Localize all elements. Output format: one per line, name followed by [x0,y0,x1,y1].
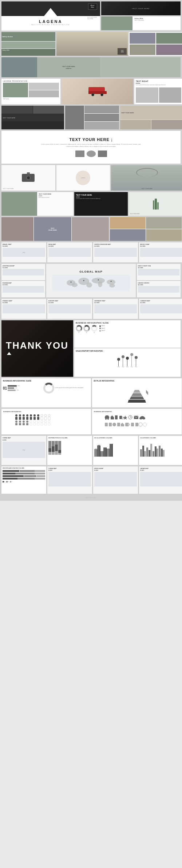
photo-grid-slide-1 [129,32,182,56]
business-infographic-slide: BUSINESS INFOGRAPHIC SLIDE 01 02 [74,320,181,348]
svg-point-9 [83,280,84,281]
svg-point-50 [48,421,50,423]
svg-rect-43 [33,423,36,425]
germany-map-slide: GERMANY MAP $123BN [93,299,138,319]
red-car-slide [62,79,133,104]
sales-report-slide: SALES REPORT INFOGRAPHIC Year Year [74,348,181,377]
slide-row-7: TEXT YOUR HERE product TEXT YOUR HERE [1,165,181,191]
svg-rect-21 [30,417,32,420]
svg-rect-58 [115,415,118,419]
svg-point-11 [111,281,112,282]
svg-rect-39 [26,423,28,425]
svg-point-10 [98,279,99,281]
svg-rect-27 [41,417,43,420]
svg-rect-71 [117,423,120,426]
slide-row-12-maps3: FRANCE MAP $123BN EUROPE MAP $123BN GERM… [1,299,181,319]
dark-text-slide: TEXT YOUR HERE Lorem ipsum dolor sit ame… [74,192,128,216]
slide-row-14: BUSINESS INFOGRAPHIC SLIDE 01 80% [1,378,181,407]
clustered-column-title: CLUSTERED COLUMN [140,437,182,439]
svg-rect-37 [23,423,25,425]
svg-point-67 [142,417,145,419]
clustered-column-slide: CLUSTERED COLUMN [139,436,182,465]
svg-marker-60 [123,415,127,420]
slide-row-1: AboutSlide LAGENA MULTIPURPOSE PRESENTAT… [1,1,181,31]
svg-point-5 [98,281,102,287]
svg-rect-15 [19,417,21,420]
japan-map-slide: JAPAN MAP $12BN [139,466,182,494]
europe-map-slide: EUROPE MAP $123BN [47,299,92,319]
slide-row-3: TEXT YOUR HEREsubtitle text [1,57,181,77]
svg-rect-51 [48,423,50,425]
gallery-section-slide: Gallery Section Gallery Slide [1,32,55,56]
uk-map-slide: UNITED KINGDOM MAP $123BN [93,242,138,262]
icon-infographic-slide-1: BUSINESS INFOGRAPHIC [1,409,91,434]
icon-infographic-slide-2: BUSINESS INFOGRAPHIC [92,409,182,434]
multi-photo-slide [110,217,182,241]
africa-map-title: AFRICA MAP [94,468,137,469]
svg-point-66 [139,417,142,419]
page-wrapper: AboutSlide LAGENA MULTIPURPOSE PRESENTAT… [0,0,182,501]
3d-infographic-slide: 3D PLUS INFOGRAPHIC [92,378,182,407]
camera-slide: TEXT YOUR HERE [1,165,55,191]
svg-point-42 [33,421,36,423]
svg-rect-57 [111,417,114,419]
photo-text-slide-1: TEXT YOUR HERE Lorem ipsum text here [1,192,73,216]
china-map-2-slide: CHINA MAP $12BN [47,466,92,494]
svg-rect-31 [48,417,50,420]
svg-rect-25 [37,417,39,420]
3d-clustered-column-slide: 3D CLUSTERED COLUMN [93,436,138,465]
russia-map-slide: RUSSIA MAP $123BN [1,281,45,297]
distribution-title: DISTRIBUTION IN COLUMN [48,437,91,439]
distribution-column-slide: DISTRIBUTION IN COLUMN [47,436,92,465]
svg-rect-49 [44,423,47,425]
stadium-slide: TEXT YOUR HERE [111,165,182,191]
china-map-title: CHINA MAP [3,437,45,439]
china-map-slide: CHINA MAP $12BN map [1,436,46,465]
carbon-map-slide: CARBON MAP $123BN [139,299,182,319]
svg-point-20 [30,414,32,417]
svg-rect-29 [44,417,47,420]
brazil-map-slide: BRAZIL MAP $123BN map [1,242,46,262]
svg-point-16 [23,414,25,417]
svg-rect-47 [41,423,43,425]
svg-point-22 [33,414,36,417]
switzerland-title: SWITZERLAND STACKED COLUMN [3,468,45,469]
svg-point-46 [41,421,43,423]
logo-text: LAGENA [3,19,98,24]
slide-row-13: THANK YOU BUSINESS INFOGRAPHIC SLIDE 01 [1,320,181,377]
svg-point-14 [19,414,21,417]
united-states-slide: UNITED STATES $123BN [137,281,181,297]
lagena-presentation-slide: LAGENA PRESENTATION TEXT HERE [1,79,60,104]
mixed-collage-slide [65,106,119,129]
slide-row-4: LAGENA PRESENTATION TEXT HERE [1,79,181,104]
svg-point-32 [15,421,17,423]
svg-point-36 [23,421,25,423]
slide-row-16: CHINA MAP $12BN map DISTRIBUTION IN COLU… [1,436,181,465]
svg-marker-56 [110,415,114,417]
svg-point-34 [19,421,21,423]
svg-marker-72 [120,423,124,425]
svg-rect-68 [105,423,108,426]
svg-point-28 [44,414,47,417]
svg-point-30 [48,414,50,417]
svg-point-38 [26,421,28,423]
svg-point-1 [72,283,78,287]
svg-rect-19 [26,417,28,420]
japan-map-title: JAPAN MAP [140,468,182,469]
dark-collage-slide: TEXT YOUR HERE [1,106,64,129]
east-coast-slide: EAST COAST USA $123BN [137,264,181,280]
svg-rect-59 [119,416,122,419]
svg-rect-23 [33,417,36,420]
svg-point-44 [37,421,39,423]
3d-infographic-title: 3D PLUS INFOGRAPHIC [94,380,180,382]
svg-rect-76 [131,423,134,426]
sales-report-title: SALES REPORT INFOGRAPHIC [76,350,179,352]
mexico-map-slide: MEXICO MAP $123BN [139,242,182,262]
logo-sub: MULTIPURPOSE PRESENTATION [3,24,98,26]
slide-row-15: BUSINESS INFOGRAPHIC [1,409,181,434]
slide-row-6: TEXT YOUR HERE ; Lorem ipsum dolor sit a… [1,131,181,164]
people-slide: TEXT YOUR HERE [120,106,182,129]
svg-rect-77 [135,423,138,426]
slide-row-11: AUSTRALIA MAP $123BN RUSSIA MAP $123BN G… [1,264,181,297]
svg-point-55 [107,418,109,420]
